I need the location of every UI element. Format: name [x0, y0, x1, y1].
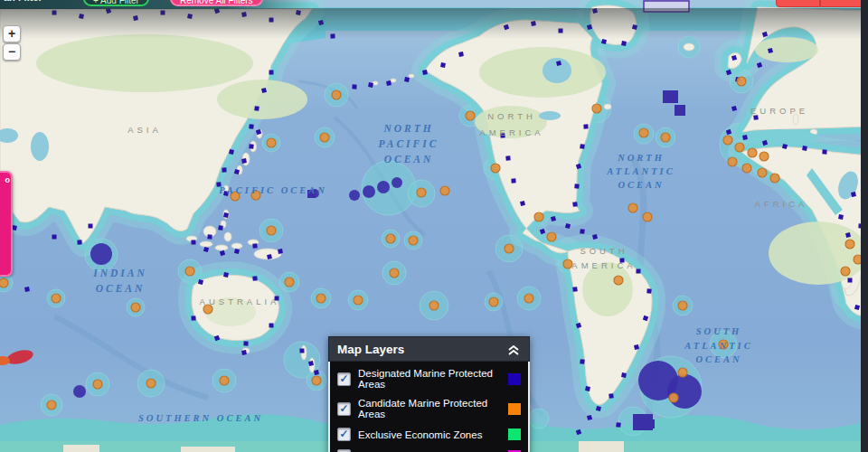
designated-mpa[interactable]	[187, 14, 193, 19]
designated-mpa[interactable]	[269, 71, 274, 75]
designated-mpa[interactable]	[572, 202, 578, 207]
layer-checkbox-1[interactable]: ✓	[337, 402, 351, 416]
candidate-mpa[interactable]	[386, 234, 395, 243]
candidate-mpa[interactable]	[146, 379, 156, 388]
designated-mpa[interactable]	[851, 192, 856, 197]
top-right-button-left[interactable]	[776, 0, 820, 7]
designated-mpa[interactable]	[241, 350, 247, 355]
candidate-mpa[interactable]	[505, 244, 514, 253]
designated-mpa[interactable]	[505, 155, 510, 160]
candidate-mpa[interactable]	[47, 400, 56, 410]
candidate-mpa[interactable]	[592, 104, 601, 113]
candidate-mpa[interactable]	[429, 301, 439, 310]
designated-mpa-area[interactable]	[392, 177, 402, 188]
candidate-mpa[interactable]	[748, 148, 757, 157]
designated-mpa[interactable]	[585, 386, 590, 391]
designated-mpa[interactable]	[621, 372, 627, 378]
left-drawer-tab[interactable]: o	[0, 171, 13, 277]
designated-mpa[interactable]	[252, 243, 257, 248]
designated-mpa[interactable]	[580, 144, 585, 149]
designated-mpa-area[interactable]	[349, 190, 360, 201]
designated-mpa-area[interactable]	[667, 374, 702, 409]
candidate-mpa[interactable]	[489, 297, 498, 306]
designated-mpa[interactable]	[386, 80, 392, 86]
designated-mpa-area[interactable]	[663, 90, 678, 103]
candidate-mpa[interactable]	[316, 294, 326, 303]
designated-mpa[interactable]	[52, 11, 57, 15]
candidate-mpa[interactable]	[312, 376, 321, 385]
designated-mpa-area[interactable]	[90, 243, 112, 265]
designated-mpa-outline[interactable]	[644, 1, 689, 12]
designated-mpa[interactable]	[133, 15, 138, 21]
candidate-mpa[interactable]	[466, 111, 475, 120]
candidate-mpa[interactable]	[845, 240, 854, 249]
designated-mpa[interactable]	[621, 41, 627, 46]
candidate-mpa[interactable]	[669, 393, 678, 402]
candidate-mpa[interactable]	[417, 188, 426, 197]
designated-mpa[interactable]	[422, 70, 428, 75]
candidate-mpa[interactable]	[491, 164, 500, 173]
designated-mpa[interactable]	[241, 158, 247, 164]
designated-mpa-area[interactable]	[644, 419, 655, 428]
designated-mpa[interactable]	[308, 361, 314, 366]
designated-mpa[interactable]	[634, 344, 639, 350]
designated-mpa-boundary[interactable]	[644, 1, 689, 12]
designated-mpa[interactable]	[299, 348, 304, 353]
candidate-mpa[interactable]	[524, 294, 533, 303]
designated-mpa[interactable]	[802, 146, 807, 151]
designated-mpa[interactable]	[191, 315, 195, 320]
candidate-mpa[interactable]	[639, 128, 648, 137]
designated-mpa[interactable]	[440, 62, 446, 68]
candidate-mpa[interactable]	[760, 152, 769, 161]
designated-mpa[interactable]	[161, 11, 165, 15]
candidate-mpa[interactable]	[841, 267, 850, 276]
candidate-mpa[interactable]	[267, 226, 276, 235]
candidate-mpa[interactable]	[354, 296, 363, 305]
candidate-mpa[interactable]	[285, 278, 294, 287]
designated-mpa[interactable]	[646, 288, 651, 293]
designated-mpa[interactable]	[572, 287, 578, 292]
candidate-mpa[interactable]	[547, 232, 556, 241]
candidate-mpa[interactable]	[409, 236, 418, 245]
candidate-mpa[interactable]	[614, 276, 623, 285]
designated-mpa[interactable]	[352, 84, 356, 89]
designated-mpa[interactable]	[24, 287, 30, 292]
designated-mpa[interactable]	[583, 124, 588, 128]
designated-mpa[interactable]	[368, 82, 373, 88]
candidate-mpa[interactable]	[661, 133, 670, 142]
candidate-mpa[interactable]	[534, 212, 543, 221]
designated-mpa[interactable]	[254, 106, 259, 111]
designated-mpa[interactable]	[636, 268, 640, 273]
candidate-mpa[interactable]	[390, 268, 399, 278]
candidate-mpa[interactable]	[643, 212, 652, 221]
designated-mpa[interactable]	[531, 21, 536, 26]
remove-filter-button[interactable]: Remove All Filters	[170, 0, 263, 6]
designated-mpa[interactable]	[580, 359, 585, 364]
designated-mpa[interactable]	[191, 240, 195, 244]
designated-mpa[interactable]	[79, 14, 84, 19]
candidate-mpa[interactable]	[220, 376, 229, 385]
chevron-double-up-icon[interactable]	[506, 344, 521, 356]
designated-mpa[interactable]	[223, 272, 229, 278]
candidate-mpa[interactable]	[332, 90, 341, 99]
designated-mpa[interactable]	[249, 144, 253, 148]
designated-mpa[interactable]	[753, 115, 759, 120]
designated-mpa[interactable]	[89, 224, 93, 229]
designated-mpa[interactable]	[77, 240, 81, 244]
designated-mpa[interactable]	[222, 167, 226, 172]
designated-mpa[interactable]	[218, 225, 223, 231]
candidate-mpa[interactable]	[440, 186, 449, 195]
designated-mpa[interactable]	[848, 278, 853, 283]
zoom-out-button[interactable]: −	[3, 43, 21, 61]
layer-checkbox-2[interactable]: ✓	[337, 428, 351, 441]
designated-mpa[interactable]	[269, 18, 274, 23]
designated-mpa[interactable]	[278, 249, 283, 254]
candidate-mpa[interactable]	[628, 203, 637, 212]
designated-mpa[interactable]	[223, 212, 229, 218]
designated-mpa[interactable]	[742, 135, 748, 140]
designated-mpa[interactable]	[822, 149, 826, 154]
eez-zone[interactable]	[529, 409, 549, 428]
candidate-mpa[interactable]	[770, 174, 779, 183]
candidate-mpa[interactable]	[678, 368, 687, 377]
designated-mpa[interactable]	[609, 393, 614, 399]
